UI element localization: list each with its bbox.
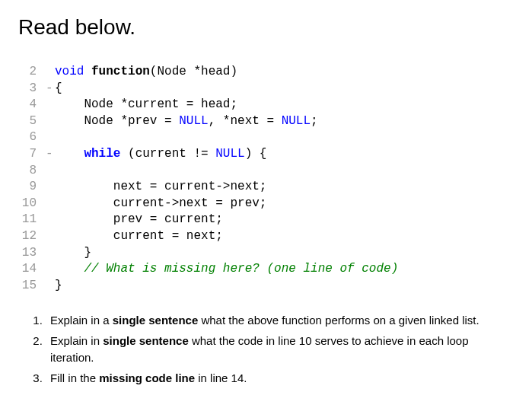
fold-marker bbox=[46, 228, 55, 245]
code-text: next = current->next; bbox=[55, 179, 514, 196]
code-text: { bbox=[55, 81, 514, 97]
line-number: 3 bbox=[21, 81, 46, 97]
code-line: 4 Node *current = head; bbox=[21, 97, 514, 113]
code-text: // What is missing here? (one line of co… bbox=[55, 261, 514, 278]
fold-marker bbox=[46, 278, 55, 295]
fold-marker bbox=[46, 179, 55, 196]
question-list: Explain in a single sentence what the ab… bbox=[18, 312, 514, 387]
code-line: 3-{ bbox=[21, 81, 514, 97]
line-number: 14 bbox=[21, 261, 46, 278]
code-line: 10 current->next = prev; bbox=[21, 196, 514, 212]
fold-marker bbox=[46, 245, 55, 262]
fold-marker: - bbox=[46, 81, 55, 97]
line-number: 7 bbox=[21, 146, 46, 163]
fold-marker bbox=[46, 163, 55, 180]
code-text bbox=[55, 163, 514, 180]
question-item: Fill in the missing code line in line 14… bbox=[46, 370, 514, 387]
code-line: 5 Node *prev = NULL, *next = NULL; bbox=[21, 113, 514, 130]
code-block: 2 void function(Node *head)3-{4 Node *cu… bbox=[18, 64, 514, 294]
code-line: 8 bbox=[21, 163, 514, 180]
code-line: 11 prev = current; bbox=[21, 212, 514, 228]
code-text: current->next = prev; bbox=[55, 196, 514, 212]
code-line: 9 next = current->next; bbox=[21, 179, 514, 196]
fold-marker bbox=[46, 64, 55, 81]
fold-marker bbox=[46, 129, 55, 146]
code-text: Node *current = head; bbox=[55, 97, 514, 113]
code-text bbox=[55, 129, 514, 146]
line-number: 5 bbox=[21, 113, 46, 130]
code-line: 13 } bbox=[21, 245, 514, 262]
line-number: 4 bbox=[21, 97, 46, 113]
line-number: 2 bbox=[21, 64, 46, 81]
code-text: Node *prev = NULL, *next = NULL; bbox=[55, 113, 514, 130]
line-number: 13 bbox=[21, 245, 46, 262]
code-text: } bbox=[55, 278, 514, 295]
code-text: void function(Node *head) bbox=[55, 64, 514, 81]
fold-marker bbox=[46, 212, 55, 228]
code-line: 6 bbox=[21, 129, 514, 146]
line-number: 6 bbox=[21, 129, 46, 146]
code-line: 2 void function(Node *head) bbox=[21, 64, 514, 81]
code-line: 7- while (current != NULL) { bbox=[21, 146, 514, 163]
fold-marker bbox=[46, 261, 55, 278]
line-number: 9 bbox=[21, 179, 46, 196]
code-text: prev = current; bbox=[55, 212, 514, 228]
code-text: } bbox=[55, 245, 514, 262]
page-heading: Read below. bbox=[18, 15, 514, 40]
code-text: current = next; bbox=[55, 228, 514, 245]
code-text: while (current != NULL) { bbox=[55, 146, 514, 163]
code-line: 15 } bbox=[21, 278, 514, 295]
question-item: Explain in a single sentence what the ab… bbox=[46, 312, 514, 330]
line-number: 10 bbox=[21, 196, 46, 212]
fold-marker: - bbox=[46, 146, 55, 163]
line-number: 15 bbox=[21, 278, 46, 295]
code-line: 14 // What is missing here? (one line of… bbox=[21, 261, 514, 278]
question-item: Explain in single sentence what the code… bbox=[46, 333, 514, 367]
line-number: 8 bbox=[21, 163, 46, 180]
line-number: 11 bbox=[21, 212, 46, 228]
fold-marker bbox=[46, 97, 55, 113]
fold-marker bbox=[46, 196, 55, 212]
line-number: 12 bbox=[21, 228, 46, 245]
code-line: 12 current = next; bbox=[21, 228, 514, 245]
fold-marker bbox=[46, 113, 55, 130]
